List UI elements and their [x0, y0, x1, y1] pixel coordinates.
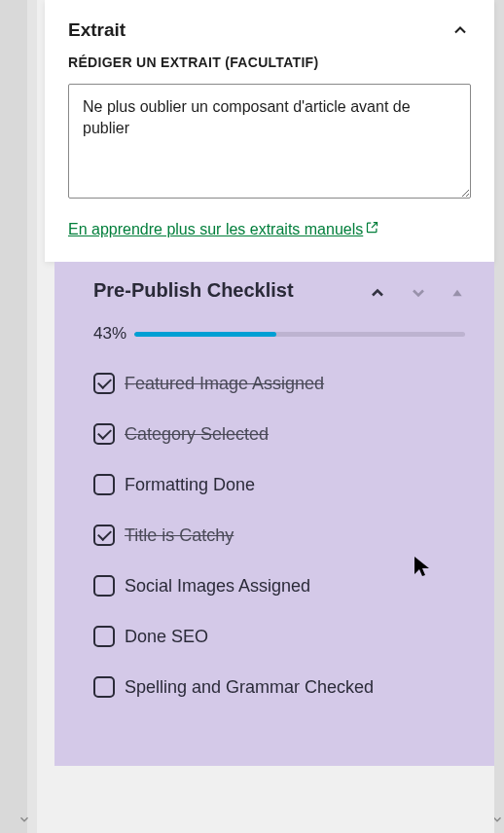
- progress-row: 43%: [93, 324, 465, 344]
- checklist-item: Featured Image Assigned: [93, 373, 465, 394]
- progress-fill: [134, 332, 276, 337]
- chevron-up-icon[interactable]: [450, 19, 471, 41]
- checkbox[interactable]: [93, 575, 115, 597]
- progress-bar: [134, 332, 465, 337]
- main-column: Extrait RÉDIGER UN EXTRAIT (FACULTATIF) …: [37, 0, 494, 833]
- checkbox[interactable]: [93, 676, 115, 698]
- chevron-down-icon[interactable]: [409, 283, 428, 307]
- learn-more-link-text: En apprendre plus sur les extraits manue…: [68, 221, 363, 238]
- checklist-item-label: Done SEO: [125, 627, 208, 647]
- external-link-icon: [365, 220, 379, 238]
- checkbox[interactable]: [93, 474, 115, 495]
- excerpt-panel: Extrait RÉDIGER UN EXTRAIT (FACULTATIF) …: [45, 0, 494, 262]
- checklist-item: Social Images Assigned: [93, 575, 465, 597]
- right-scrollbar[interactable]: [494, 0, 504, 833]
- checklist-item: Category Selected: [93, 423, 465, 445]
- checklist-title: Pre-Publish Checklist: [93, 277, 294, 304]
- excerpt-body: RÉDIGER UN EXTRAIT (FACULTATIF): [45, 54, 494, 202]
- checkbox[interactable]: [93, 626, 115, 647]
- checklist-item-label: Title is Catchy: [125, 525, 234, 546]
- checklist-item-label: Featured Image Assigned: [125, 374, 324, 394]
- checklist-item: Done SEO: [93, 626, 465, 647]
- pre-publish-checklist: Pre-Publish Checklist 43% Featured Image…: [54, 262, 494, 766]
- checklist-item-label: Formatting Done: [125, 475, 255, 495]
- checklist-item-label: Social Images Assigned: [125, 576, 310, 597]
- left-gutter: [0, 0, 27, 833]
- triangle-up-icon[interactable]: [450, 285, 465, 305]
- excerpt-header[interactable]: Extrait: [45, 0, 494, 54]
- chevron-up-icon[interactable]: [368, 283, 387, 307]
- checklist-items: Featured Image AssignedCategory Selected…: [93, 373, 465, 698]
- checklist-item: Formatting Done: [93, 474, 465, 495]
- checkbox[interactable]: [93, 373, 115, 394]
- scroll-down-icon[interactable]: [18, 813, 31, 829]
- excerpt-title: Extrait: [68, 19, 126, 41]
- checkbox[interactable]: [93, 525, 115, 546]
- checklist-item-label: Category Selected: [125, 424, 269, 445]
- checklist-item: Title is Catchy: [93, 525, 465, 546]
- checklist-nav: [368, 277, 465, 307]
- checklist-item: Spelling and Grammar Checked: [93, 676, 465, 698]
- checkbox[interactable]: [93, 423, 115, 445]
- excerpt-textarea[interactable]: [68, 84, 471, 199]
- learn-more-link[interactable]: En apprendre plus sur les extraits manue…: [68, 220, 379, 238]
- progress-percent: 43%: [93, 324, 126, 344]
- checklist-item-label: Spelling and Grammar Checked: [125, 677, 374, 698]
- excerpt-label: RÉDIGER UN EXTRAIT (FACULTATIF): [68, 54, 471, 70]
